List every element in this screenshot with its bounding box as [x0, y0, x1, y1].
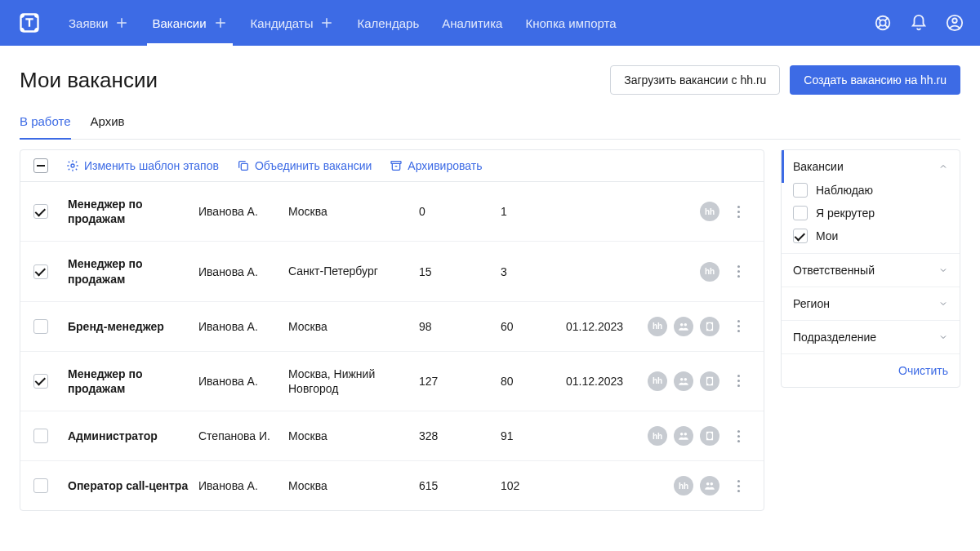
vacancy-owner: Иванова А.: [198, 320, 288, 333]
tab-0[interactable]: В работе: [20, 109, 71, 140]
row-checkbox[interactable]: [33, 429, 48, 443]
dots-icon: [737, 375, 740, 387]
table-row[interactable]: Менеджер по продажамИванова А.Москва, Ни…: [20, 352, 764, 411]
row-menu[interactable]: [726, 430, 751, 442]
vacancy-owner: Иванова А.: [198, 205, 288, 218]
row-menu[interactable]: [726, 480, 751, 492]
table-row[interactable]: АдминистраторСтепанова И.Москва32891hh: [20, 411, 764, 461]
archive-label: Архивировать: [408, 159, 482, 172]
load-vacancies-button[interactable]: Загрузить вакансии с hh.ru: [610, 65, 780, 95]
svg-point-12: [684, 433, 688, 436]
archive-action[interactable]: Архивировать: [390, 159, 482, 172]
filter-option-2[interactable]: Мои: [793, 229, 948, 243]
filter-head[interactable]: Ответственный: [782, 254, 960, 287]
filter-option-0[interactable]: Наблюдаю: [793, 183, 948, 198]
filter-sidebar: ВакансииНаблюдаюЯ рекрутерМоиОтветственн…: [781, 149, 960, 388]
vacancy-owner: Степанова И.: [198, 429, 288, 442]
merge-action[interactable]: Объединить вакансии: [237, 159, 372, 172]
bell-icon[interactable]: [910, 14, 928, 32]
people-source-icon: [700, 476, 719, 495]
nav-item-3[interactable]: Календарь: [357, 0, 419, 46]
nav-item-0[interactable]: Заявки: [69, 0, 129, 46]
vacancy-table: Изменить шаблон этапов Объединить ваканс…: [20, 149, 764, 511]
dots-icon: [737, 320, 740, 332]
edit-stages-action[interactable]: Изменить шаблон этапов: [66, 159, 219, 172]
people-source-icon: [674, 426, 693, 446]
vacancy-title: Менеджер по продажам: [68, 197, 198, 226]
plus-icon[interactable]: [213, 16, 228, 30]
nav-item-2[interactable]: Кандидаты: [251, 0, 335, 46]
vacancy-title: Менеджер по продажам: [68, 367, 198, 396]
vacancy-region: Москва: [288, 429, 419, 443]
table-row[interactable]: Менеджер по продажамИванова А.Санкт-Пете…: [20, 242, 764, 301]
row-menu[interactable]: [726, 320, 751, 332]
option-checkbox[interactable]: [793, 206, 808, 220]
table-row[interactable]: Менеджер по продажамИванова А.Москва01hh: [20, 182, 764, 242]
vacancy-date: 01.12.2023: [566, 375, 648, 388]
vacancy-count-1: 127: [419, 375, 501, 388]
table-row[interactable]: Бренд-менеджерИванова А.Москва986001.12.…: [20, 302, 764, 352]
select-all-checkbox[interactable]: [33, 158, 48, 173]
nav-item-5[interactable]: Кнопка импорта: [525, 0, 616, 46]
filter-head[interactable]: Вакансии: [782, 150, 960, 183]
merge-label: Объединить вакансии: [255, 159, 372, 172]
hh-source-icon: hh: [648, 371, 667, 391]
top-nav: ЗаявкиВакансииКандидатыКалендарьАналитик…: [0, 0, 980, 46]
content-row: Изменить шаблон этапов Объединить ваканс…: [20, 149, 960, 511]
svg-point-8: [684, 323, 688, 327]
chevron-down-icon: [938, 265, 948, 275]
vacancy-count-2: 91: [501, 429, 566, 442]
svg-point-9: [680, 378, 684, 381]
svg-point-14: [710, 482, 714, 486]
copy-icon: [237, 159, 250, 172]
nav-item-label: Заявки: [69, 16, 108, 30]
tab-1[interactable]: Архив: [91, 109, 125, 139]
svg-point-13: [706, 482, 710, 486]
nav-item-label: Аналитика: [442, 16, 502, 30]
create-vacancy-button[interactable]: Создать вакансию на hh.ru: [790, 65, 960, 95]
vacancy-title: Администратор: [68, 429, 198, 443]
filter-title: Регион: [793, 297, 830, 310]
option-label: Я рекрутер: [816, 207, 875, 220]
table-row[interactable]: Оператор call-центраИванова А.Москва6151…: [20, 461, 764, 510]
filter-body: НаблюдаюЯ рекрутерМои: [782, 183, 960, 253]
vacancy-region: Москва: [288, 204, 419, 219]
row-menu[interactable]: [726, 375, 751, 387]
row-checkbox[interactable]: [33, 264, 48, 279]
vacancy-title: Бренд-менеджер: [68, 319, 198, 334]
svg-point-11: [680, 433, 684, 436]
row-menu[interactable]: [726, 206, 751, 218]
vacancy-owner: Иванова А.: [198, 265, 288, 278]
hh-source-icon: hh: [674, 476, 693, 495]
vacancy-count-1: 15: [419, 265, 501, 278]
svg-point-1: [880, 20, 885, 25]
vacancy-count-1: 0: [419, 205, 501, 218]
row-checkbox[interactable]: [33, 478, 48, 493]
plus-icon[interactable]: [319, 16, 334, 30]
row-checkbox[interactable]: [33, 374, 48, 389]
row-checkbox[interactable]: [33, 204, 48, 219]
svg-point-4: [71, 164, 74, 167]
row-checkbox[interactable]: [33, 319, 48, 334]
logo[interactable]: [16, 10, 42, 36]
vacancy-count-2: 3: [501, 265, 566, 278]
filter-section-3: Подразделение: [782, 321, 960, 354]
option-checkbox[interactable]: [793, 229, 808, 243]
cell-check: [33, 264, 68, 279]
nav-item-1[interactable]: Вакансии: [152, 0, 227, 46]
filter-head[interactable]: Подразделение: [782, 321, 960, 353]
nav-item-4[interactable]: Аналитика: [442, 0, 502, 46]
option-checkbox[interactable]: [793, 183, 808, 198]
cell-check: [33, 319, 68, 334]
vacancy-title: Оператор call-центра: [68, 478, 198, 493]
help-icon[interactable]: [874, 14, 892, 32]
profile-icon[interactable]: [946, 14, 964, 32]
plus-icon[interactable]: [114, 16, 129, 30]
source-icons: hh: [648, 317, 726, 336]
bulk-bar: Изменить шаблон этапов Объединить ваканс…: [20, 150, 764, 182]
page-title: Мои вакансии: [20, 68, 158, 93]
clear-filters[interactable]: Очистить: [782, 354, 960, 387]
filter-option-1[interactable]: Я рекрутер: [793, 206, 948, 220]
row-menu[interactable]: [726, 265, 751, 278]
filter-head[interactable]: Регион: [782, 287, 960, 320]
